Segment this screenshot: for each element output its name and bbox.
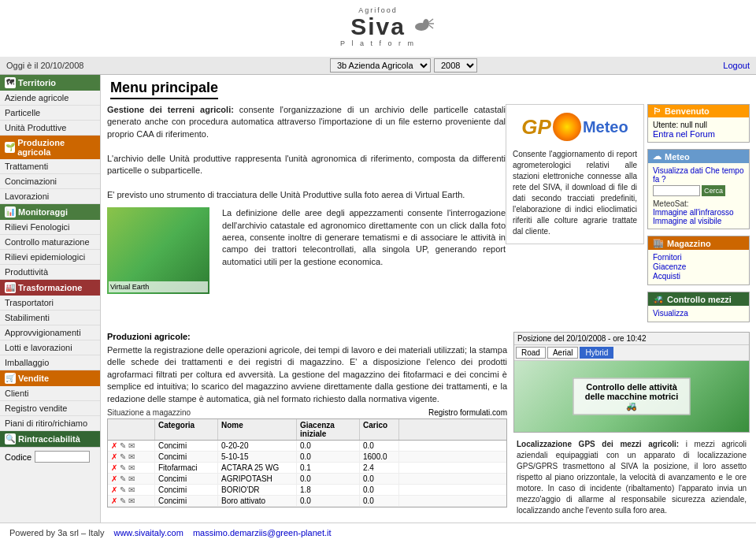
edit-icon[interactable]: ✎	[120, 474, 126, 483]
edit-icon[interactable]: ✎	[120, 463, 126, 472]
table-row: ✗ ✎ ✉ Fitofarmaci ACTARA 25 WG 0.1 2.4	[108, 463, 506, 474]
tab-road[interactable]: Road	[516, 347, 546, 359]
sidebar-section-produzione[interactable]: 🌱 Produzione agricola	[0, 136, 100, 159]
delete-icon[interactable]: ✗	[111, 474, 117, 483]
sidebar-item-stabilimenti[interactable]: Stabilimenti	[0, 311, 100, 325]
sidebar-item-piani-ritiro[interactable]: Piani di ritiro/richiamo	[0, 416, 100, 431]
meteo-search-input[interactable]	[653, 185, 700, 196]
website-link[interactable]: www.sivaitaly.com	[113, 528, 183, 537]
edit-icon[interactable]: ✎	[120, 452, 126, 461]
cell-actions[interactable]: ✗ ✎ ✉	[108, 485, 155, 495]
unita-produttive-label: Unità Produttive	[5, 123, 66, 132]
sidebar-item-unita-produttive[interactable]: Unità Produttive	[0, 121, 100, 136]
sidebar-item-rilievi-epidemiologici[interactable]: Rilievi epidemiologici	[0, 250, 100, 265]
edit-icon[interactable]: ✎	[120, 485, 126, 494]
sidebar-item-produttivita[interactable]: Produttività	[0, 265, 100, 280]
year-select[interactable]: 2008	[434, 58, 477, 73]
produzioni-text: Permette la registrazione delle operazio…	[107, 344, 507, 405]
table-row: ✗ ✎ ✉ Concimi AGRIPOTASH 0.0 0.0	[108, 474, 506, 485]
meted-label: Meteo	[583, 118, 628, 136]
cell-actions[interactable]: ✗ ✎ ✉	[108, 474, 155, 484]
sidebar-section-territorio[interactable]: 🗺 Territorio	[0, 75, 100, 91]
gps-date: Posizione del 20/10/2008 - ore 10:42	[514, 333, 749, 345]
controllo-mezzi-panel: 🚜 Controllo mezzi Visualizza	[647, 292, 750, 322]
delete-icon[interactable]: ✗	[111, 485, 117, 494]
delete-icon[interactable]: ✗	[111, 452, 117, 461]
tab-hybrid[interactable]: Hybrid	[580, 347, 613, 359]
sidebar-section-vendite[interactable]: 🛒 Vendite	[0, 370, 100, 386]
edit-icon[interactable]: ✎	[120, 497, 126, 505]
right-section: GP Meteo Consente l'aggiornamento di rep…	[506, 104, 750, 325]
sidebar-item-lavorazioni[interactable]: Lavorazioni	[0, 189, 100, 204]
sidebar-item-trasportatori[interactable]: Trasportatori	[0, 296, 100, 311]
cell-actions[interactable]: ✗ ✎ ✉	[108, 452, 155, 462]
definizione-text: La definizione delle aree degli appezzam…	[222, 207, 506, 291]
codice-input[interactable]	[35, 451, 90, 463]
delete-icon[interactable]: ✗	[111, 497, 117, 505]
sidebar-item-aziende[interactable]: Aziende agricole	[0, 91, 100, 106]
cell-categoria: Concimi	[155, 496, 218, 506]
sidebar-item-controllo-maturazione[interactable]: Controllo maturazione	[0, 235, 100, 250]
sidebar-item-lotti[interactable]: Lotti e lavorazioni	[0, 340, 100, 355]
mail-icon[interactable]: ✉	[128, 474, 135, 483]
sidebar-item-imballaggio[interactable]: Imballaggio	[0, 355, 100, 370]
cell-nome: Boro attivato	[218, 496, 297, 506]
cell-carico: 1600.0	[360, 452, 399, 462]
cell-categoria: Concimi	[155, 485, 218, 495]
giacenze-link[interactable]: Giacenze	[653, 262, 744, 271]
cell-carico: 2.4	[360, 463, 399, 473]
visibile-link[interactable]: Immagine al visibile	[653, 217, 744, 225]
edit-icon[interactable]: ✎	[120, 441, 126, 450]
delete-icon[interactable]: ✗	[111, 463, 117, 472]
bottom-right: Posizione del 20/10/2008 - ore 10:42 Roa…	[513, 332, 750, 519]
col-carico: Carico	[360, 419, 399, 440]
email-link[interactable]: massimo.demarziis@green-planet.it	[193, 528, 332, 537]
cerca-button[interactable]: Cerca	[702, 185, 725, 196]
sidebar-section-trasformazione[interactable]: 🏭 Trasformazione	[0, 280, 100, 296]
produzioni-title: Produzioni agricole:	[107, 332, 507, 341]
visualizza-dati-link[interactable]: Visualizza dati	[653, 166, 703, 175]
sidebar-section-monitoraggi[interactable]: 📊 Monitoraggi	[0, 204, 100, 220]
infrarosso-link[interactable]: Immagine all'infrarosso	[653, 208, 744, 217]
logout-button[interactable]: Logout	[723, 61, 750, 70]
sidebar-item-trattamenti[interactable]: Trattamenti	[0, 159, 100, 174]
cell-actions[interactable]: ✗ ✎ ✉	[108, 496, 155, 506]
sidebar: 🗺 Territorio Aziende agricole Particelle…	[0, 75, 101, 523]
sidebar-item-clienti[interactable]: Clienti	[0, 386, 100, 401]
svg-line-5	[429, 19, 433, 22]
sidebar-item-approvvigionamenti[interactable]: Approvvigionamenti	[0, 325, 100, 340]
gestione-block: Gestione dei terreni agricoli: consente …	[107, 104, 506, 201]
right-panels: 🏳 Benvenuto Utente: null null Entra nel …	[647, 104, 750, 325]
mail-icon[interactable]: ✉	[128, 497, 135, 505]
svg-text:P l a t f o r m: P l a t f o r m	[340, 39, 416, 47]
mail-icon[interactable]: ✉	[128, 441, 135, 450]
tab-aerial[interactable]: Aerial	[547, 347, 579, 359]
cell-actions[interactable]: ✗ ✎ ✉	[108, 441, 155, 451]
azienda-select[interactable]: 3b Azienda Agricola	[330, 58, 431, 73]
forum-link[interactable]: Entra nel Forum	[653, 129, 715, 139]
sidebar-item-registro-vendite[interactable]: Registro vendite	[0, 401, 100, 416]
gestione-title: Gestione dei terreni agricoli:	[107, 105, 234, 114]
rintracciabilita-icon: 🔍	[5, 433, 16, 444]
mail-icon[interactable]: ✉	[128, 485, 135, 494]
sidebar-item-concimazioni[interactable]: Concimazioni	[0, 174, 100, 189]
flag-icon: 🏳	[653, 106, 662, 116]
sidebar-section-rintracciabilita[interactable]: 🔍 Rintracciabilità	[0, 431, 100, 447]
cell-categoria: Fitofarmaci	[155, 463, 218, 473]
mail-icon[interactable]: ✉	[128, 452, 135, 461]
gps-desc-title: Localizzazione GPS dei mezzi agricoli:	[517, 440, 679, 448]
content-bottom: Produzioni agricole: Permette la registr…	[101, 329, 756, 523]
sidebar-item-particelle[interactable]: Particelle	[0, 106, 100, 121]
fornitori-link[interactable]: Fornitori	[653, 253, 744, 262]
gpo-desc: Consente l'aggiornamento di report agrom…	[510, 146, 640, 240]
top-bar-center: 3b Azienda Agricola 2008	[330, 58, 477, 73]
vendite-icon: 🛒	[5, 373, 16, 384]
cell-actions[interactable]: ✗ ✎ ✉	[108, 463, 155, 473]
codice-label: Codice	[5, 452, 32, 462]
mail-icon[interactable]: ✉	[128, 463, 135, 472]
acquisti-link[interactable]: Acquisti	[653, 272, 744, 281]
delete-icon[interactable]: ✗	[111, 441, 117, 450]
sidebar-item-rilievi-fenologici[interactable]: Rilievi Fenologici	[0, 220, 100, 235]
benvenuto-content: Utente: null null Entra nel Forum	[648, 117, 749, 142]
visualizza-mezzi-link[interactable]: Visualizza	[653, 309, 744, 318]
